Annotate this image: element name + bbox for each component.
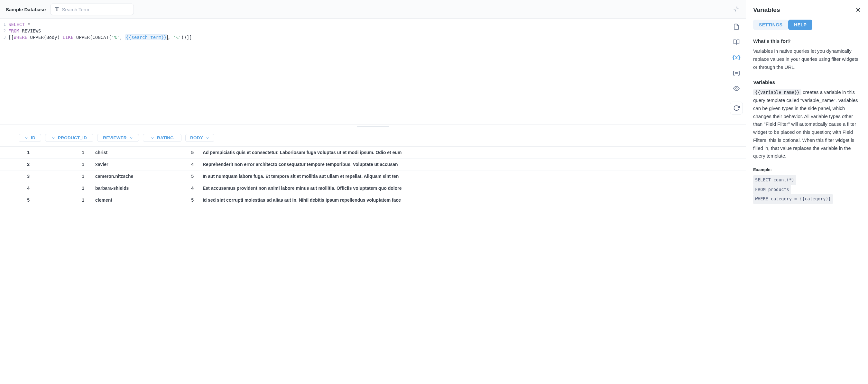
run-query-button[interactable] — [730, 102, 743, 115]
cell-reviewer: clement — [93, 197, 170, 203]
cell-rating: 4 — [170, 186, 203, 191]
editor-side-icons: {x} {=} — [727, 19, 746, 124]
tab-settings[interactable]: SETTINGS — [753, 20, 788, 30]
app-root: Sample Database T 1 2 3 SELEC — [0, 0, 868, 222]
search-term-filter[interactable]: T — [50, 4, 134, 15]
column-header-rating[interactable]: RATING — [143, 134, 181, 142]
results-pane: ID PRODUCT_ID REVIEWER RATING BODY — [0, 128, 746, 222]
cell-reviewer: barbara-shields — [93, 186, 170, 191]
cell-body: In aut numquam labore fuga. Et tempora s… — [203, 174, 746, 179]
code-lines: SELECT * FROM REVIEWS [[WHERE UPPER(Body… — [8, 21, 727, 124]
cell-body: Reprehenderit non error architecto conse… — [203, 162, 746, 167]
variables-sidebar: Variables ✕ SETTINGS HELP What's this fo… — [746, 0, 868, 222]
cell-reviewer: cameron.nitzsche — [93, 174, 170, 179]
variables-icon[interactable]: {x} — [733, 54, 740, 61]
cell-body: Ad perspiciatis quis et consectetur. Lab… — [203, 150, 746, 155]
column-header-reviewer[interactable]: REVIEWER — [97, 134, 139, 142]
cell-id: 5 — [0, 197, 39, 203]
column-header-id[interactable]: ID — [19, 134, 41, 142]
cell-rating: 5 — [170, 174, 203, 179]
svg-point-0 — [736, 88, 737, 89]
result-rows: 11christ5Ad perspiciatis quis et consect… — [0, 147, 746, 206]
cell-rating: 5 — [170, 197, 203, 203]
column-header-body[interactable]: BODY — [185, 134, 214, 142]
cell-rating: 4 — [170, 162, 203, 167]
cell-id: 2 — [0, 162, 39, 167]
contract-editor-icon[interactable] — [733, 6, 740, 13]
table-row[interactable]: 51clement5Id sed sint corrupti molestias… — [0, 194, 746, 206]
cell-id: 3 — [0, 174, 39, 179]
line-gutter: 1 2 3 — [0, 21, 8, 124]
search-term-input[interactable] — [62, 7, 129, 12]
help-paragraph-1: Variables in native queries let you dyna… — [753, 47, 861, 71]
table-row[interactable]: 21xavier4Reprehenderit non error archite… — [0, 159, 746, 170]
sidebar-title: Variables — [753, 6, 780, 13]
preview-eye-icon[interactable] — [733, 85, 740, 92]
column-headers-row: ID PRODUCT_ID REVIEWER RATING BODY — [0, 131, 746, 147]
cell-body: Est accusamus provident non animi labore… — [203, 186, 746, 191]
table-row[interactable]: 31cameron.nitzsche5In aut numquam labore… — [0, 170, 746, 182]
table-row[interactable]: 41barbara-shields4Est accusamus providen… — [0, 182, 746, 194]
cell-product-id: 1 — [39, 174, 93, 179]
editor-toolbar: Sample Database T — [0, 0, 746, 19]
sidebar-tabs: SETTINGS HELP — [753, 20, 861, 30]
cell-body: Id sed sint corrupti molestias ad alias … — [203, 197, 746, 203]
cell-product-id: 1 — [39, 162, 93, 167]
cell-product-id: 1 — [39, 150, 93, 155]
table-row[interactable]: 11christ5Ad perspiciatis quis et consect… — [0, 147, 746, 159]
cell-reviewer: christ — [93, 150, 170, 155]
example-code-block: SELECT count(*) FROM products WHERE cate… — [753, 175, 861, 204]
help-paragraph-2: {{variable_name}} creates a variable in … — [753, 89, 861, 160]
column-header-product-id[interactable]: PRODUCT_ID — [45, 134, 93, 142]
cell-rating: 5 — [170, 150, 203, 155]
editor-resize-handle[interactable] — [0, 125, 746, 128]
cell-id: 4 — [0, 186, 39, 191]
main-area: Sample Database T 1 2 3 SELEC — [0, 0, 746, 222]
close-sidebar-icon[interactable]: ✕ — [856, 6, 861, 14]
cell-product-id: 1 — [39, 186, 93, 191]
example-label: Example: — [753, 167, 861, 172]
database-name[interactable]: Sample Database — [6, 7, 46, 12]
cell-reviewer: xavier — [93, 162, 170, 167]
snippet-icon[interactable] — [733, 23, 740, 30]
sql-editor-zone: 1 2 3 SELECT * FROM REVIEWS [[WHERE UPPE… — [0, 19, 746, 125]
variable-code-sample: {{variable_name}} — [753, 89, 801, 95]
tab-help[interactable]: HELP — [788, 20, 812, 30]
help-heading-1: What's this for? — [753, 38, 861, 44]
reference-icon[interactable] — [733, 39, 740, 46]
format-icon[interactable]: {=} — [733, 69, 740, 76]
help-heading-2: Variables — [753, 79, 861, 85]
sql-editor[interactable]: 1 2 3 SELECT * FROM REVIEWS [[WHERE UPPE… — [0, 19, 727, 124]
cell-id: 1 — [0, 150, 39, 155]
cell-product-id: 1 — [39, 197, 93, 203]
text-type-icon: T — [55, 6, 59, 12]
